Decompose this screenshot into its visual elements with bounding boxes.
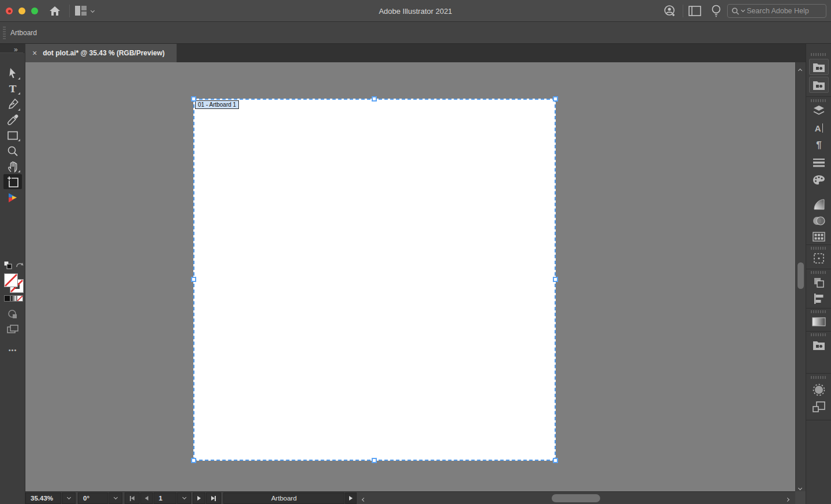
first-artboard-button[interactable] — [125, 492, 140, 504]
panel-transparency[interactable] — [810, 213, 828, 229]
panel-asset-export[interactable] — [810, 382, 828, 398]
eyedropper-tool[interactable] — [3, 112, 22, 127]
grip-dots[interactable] — [811, 310, 827, 313]
workspace-switcher[interactable] — [75, 6, 94, 16]
previous-artboard-button[interactable] — [140, 492, 153, 504]
canvas[interactable]: 01 - Artboard 1 — [25, 62, 795, 491]
panel-stroke[interactable] — [810, 155, 828, 171]
account-add-icon — [664, 5, 676, 17]
handle-top-center[interactable] — [372, 96, 377, 101]
handle-bottom-left[interactable] — [191, 458, 196, 463]
rotation-dropdown[interactable] — [108, 492, 122, 504]
swatches-icon — [813, 232, 825, 242]
panel-align[interactable] — [810, 291, 828, 307]
selection-tool[interactable] — [3, 66, 22, 81]
grip-dots[interactable] — [811, 376, 827, 379]
status-display[interactable]: Artboard — [223, 492, 345, 504]
panel-properties[interactable] — [810, 250, 828, 266]
arrange-documents-button[interactable] — [688, 5, 702, 17]
panel-gradient[interactable] — [810, 196, 828, 212]
next-artboard-button[interactable] — [193, 492, 205, 504]
minimize-window-button[interactable] — [18, 7, 25, 14]
panel-paragraph[interactable]: ¶ — [810, 137, 828, 153]
panel-separator — [806, 245, 831, 245]
rotation-field[interactable]: 0° — [78, 492, 108, 504]
zoom-tool[interactable] — [3, 144, 22, 159]
handle-top-left[interactable] — [191, 96, 196, 101]
discover-button[interactable] — [710, 3, 723, 18]
document-tab[interactable]: × dot plot.ai* @ 35.43 % (RGB/Preview) — [25, 44, 177, 62]
handle-middle-right[interactable] — [553, 277, 558, 282]
grip-dots[interactable] — [811, 333, 827, 336]
vertical-scrollbar[interactable] — [795, 62, 806, 491]
rectangle-tool[interactable] — [3, 128, 22, 143]
panel-libraries-3[interactable] — [810, 337, 828, 353]
type-tool[interactable]: T — [3, 81, 22, 96]
zoom-level-dropdown[interactable] — [62, 492, 76, 504]
color-button[interactable] — [4, 295, 10, 302]
panel-color[interactable] — [810, 172, 828, 188]
edit-toolbar-button[interactable]: ••• — [3, 343, 22, 358]
panel-gradient-annotator[interactable] — [810, 314, 828, 330]
zoom-level-field[interactable]: 35.43% — [25, 492, 61, 504]
account-button[interactable] — [663, 4, 677, 18]
hand-tool[interactable] — [3, 159, 22, 174]
panel-layers[interactable] — [810, 103, 828, 119]
artboard-tool[interactable] — [3, 174, 22, 189]
handle-bottom-right[interactable] — [553, 458, 558, 463]
rectangle-icon — [7, 130, 18, 141]
handle-top-right[interactable] — [553, 96, 558, 101]
home-button[interactable] — [48, 5, 61, 17]
panel-character[interactable]: A — [810, 120, 828, 136]
last-artboard-button[interactable] — [206, 492, 221, 504]
status-menu-button[interactable] — [345, 492, 357, 504]
pen-tool[interactable] — [3, 97, 22, 112]
help-search-input[interactable]: Search Adobe Help — [727, 4, 826, 18]
handle-bottom-center[interactable] — [372, 458, 377, 463]
fill-swatch-none[interactable] — [4, 273, 18, 287]
workspace-icon — [75, 6, 87, 16]
chevron-down-icon — [182, 495, 186, 499]
close-window-button[interactable] — [6, 7, 13, 14]
swap-fill-stroke-button[interactable] — [16, 261, 24, 269]
grip-dots[interactable] — [811, 53, 827, 56]
chevron-right-icon — [785, 498, 789, 502]
drawing-mode-button[interactable] — [3, 307, 22, 322]
pathfinder-icon — [813, 277, 825, 288]
scroll-down-button[interactable] — [799, 483, 802, 491]
zoom-window-button[interactable] — [31, 7, 38, 14]
artboard[interactable]: 01 - Artboard 1 — [193, 99, 556, 461]
panel-swatches[interactable] — [810, 228, 828, 245]
default-fill-stroke-button[interactable] — [3, 261, 12, 269]
tab-close-button[interactable]: × — [32, 48, 37, 58]
artboard-name-tag[interactable]: 01 - Artboard 1 — [195, 100, 239, 109]
asset-gradient-tool[interactable] — [3, 190, 22, 205]
vertical-scrollbar-thumb[interactable] — [798, 262, 804, 289]
hand-icon — [7, 160, 18, 173]
handle-middle-left[interactable] — [191, 277, 196, 282]
scroll-left-button[interactable] — [362, 495, 365, 502]
scroll-right-button[interactable] — [786, 495, 789, 502]
controlbar-grip[interactable] — [3, 27, 6, 39]
grip-dots[interactable] — [811, 247, 827, 250]
type-tool-icon: T — [9, 83, 17, 95]
none-button[interactable] — [17, 295, 23, 302]
horizontal-scrollbar-thumb[interactable] — [552, 494, 600, 502]
gradient-fan-icon — [813, 198, 825, 210]
palette-icon — [813, 175, 825, 185]
gradient-bar-icon — [812, 317, 826, 327]
panel-artboards[interactable] — [810, 399, 828, 415]
artboard-nav-dropdown[interactable] — [177, 492, 191, 504]
gradient-button[interactable] — [10, 295, 17, 302]
grip-dots[interactable] — [811, 99, 827, 102]
asset-export-icon — [813, 383, 825, 396]
search-icon — [732, 7, 739, 15]
panel-pathfinder[interactable] — [810, 274, 828, 291]
scroll-up-button[interactable] — [799, 66, 802, 74]
transparency-icon — [812, 216, 826, 226]
artboard-nav-field[interactable]: 1 — [154, 492, 177, 504]
screen-mode-button[interactable] — [3, 322, 22, 337]
panel-libraries-2[interactable] — [809, 77, 829, 93]
grip-dots[interactable] — [811, 271, 827, 274]
panel-libraries[interactable] — [809, 59, 829, 75]
